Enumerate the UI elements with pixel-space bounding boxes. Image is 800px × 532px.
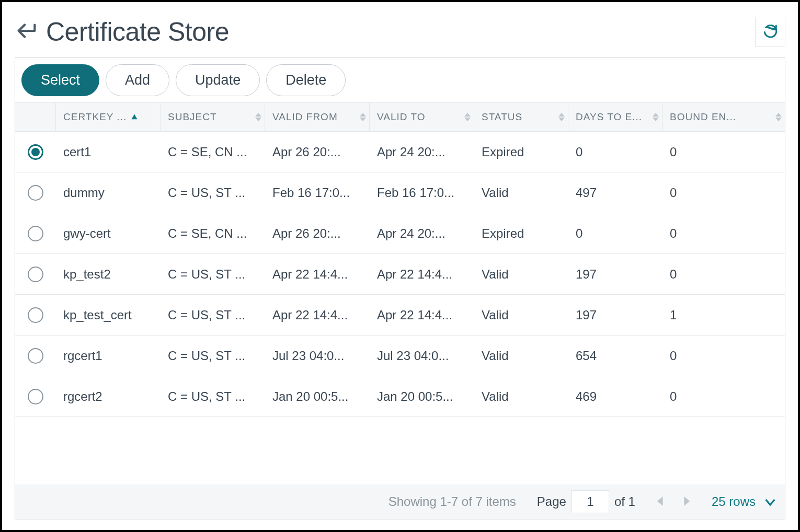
next-page-button[interactable] [681,494,691,509]
cell-valid-to: Jan 20 00:5... [370,389,474,404]
svg-marker-3 [360,113,366,117]
column-label: CERTKEY ... [63,111,127,123]
column-header-status[interactable]: STATUS [474,103,568,131]
row-radio[interactable] [28,267,43,282]
add-button[interactable]: Add [106,64,169,96]
rows-label: 25 rows [712,494,756,509]
cell-valid-to: Apr 22 14:4... [370,308,474,322]
cell-valid-from: Apr 22 14:4... [265,267,370,282]
cell-status: Valid [474,267,568,282]
column-label: BOUND EN... [670,111,736,123]
row-radio[interactable] [28,226,43,241]
column-label: STATUS [482,111,522,123]
svg-marker-0 [132,114,138,119]
column-header-certkey[interactable]: CERTKEY ... [56,103,161,131]
column-header-days[interactable]: DAYS TO E... [568,103,662,131]
column-label: VALID TO [377,111,425,123]
cell-valid-to: Apr 24 20:... [370,145,474,159]
cell-days: 469 [568,389,662,404]
row-radio[interactable] [28,185,43,201]
certificates-table: CERTKEY ... SUBJECT VALID FROM [15,102,785,519]
svg-marker-12 [775,118,782,121]
cell-bound: 0 [662,349,785,363]
table-body: cert1C = SE, CN ...Apr 26 20:...Apr 24 2… [15,132,785,484]
prev-page-button[interactable] [656,494,666,509]
cell-subject: C = US, ST ... [161,308,265,322]
row-radio[interactable] [28,389,43,404]
column-label: VALID FROM [272,111,338,123]
sort-icon [653,113,659,122]
svg-marker-6 [464,118,471,121]
back-icon[interactable] [15,19,39,45]
svg-marker-7 [558,113,565,117]
delete-button[interactable]: Delete [266,64,346,96]
cell-status: Valid [474,186,568,200]
svg-marker-5 [464,113,471,117]
table-row[interactable]: rgcert1C = US, ST ...Jul 23 04:0...Jul 2… [15,336,785,376]
select-button[interactable]: Select [21,64,99,96]
table-footer: Showing 1-7 of 7 items Page of 1 25 rows [15,484,785,519]
table-row[interactable]: kp_test2C = US, ST ...Apr 22 14:4...Apr … [15,254,785,295]
cell-status: Valid [474,389,568,404]
cell-certkey: rgcert1 [56,349,161,363]
header-left: Certificate Store [15,17,229,47]
cell-valid-from: Jul 23 04:0... [265,349,370,363]
page-input[interactable] [572,490,609,513]
refresh-button[interactable] [755,17,785,47]
svg-marker-13 [657,496,663,506]
cell-bound: 0 [662,267,785,282]
sort-asc-icon [131,113,138,121]
column-label: DAYS TO E... [576,111,642,123]
cell-valid-from: Apr 26 20:... [265,145,370,159]
page-header: Certificate Store [15,13,785,57]
table-row[interactable]: rgcert2C = US, ST ...Jan 20 00:5...Jan 2… [15,376,785,417]
svg-marker-10 [653,118,659,121]
cell-subject: C = US, ST ... [161,349,265,363]
cell-bound: 0 [662,186,785,200]
svg-marker-8 [558,118,565,121]
summary-text: Showing 1-7 of 7 items [388,494,516,509]
row-radio[interactable] [28,307,43,323]
page-total: of 1 [614,494,635,509]
cell-valid-from: Jan 20 00:5... [265,389,370,404]
column-header-valid-from[interactable]: VALID FROM [265,103,370,131]
toolbar: Select Add Update Delete [15,58,785,102]
svg-marker-4 [360,118,366,121]
svg-marker-14 [684,496,690,506]
cell-subject: C = SE, CN ... [161,226,265,241]
cell-certkey: kp_test2 [56,267,161,282]
column-header-subject[interactable]: SUBJECT [161,103,265,131]
sort-icon [255,113,261,122]
table-row[interactable]: gwy-certC = SE, CN ...Apr 26 20:...Apr 2… [15,213,785,254]
cell-certkey: gwy-cert [56,226,161,241]
cell-subject: C = US, ST ... [161,186,265,200]
cell-bound: 0 [662,226,785,241]
page-group: Page of 1 [537,490,635,513]
cell-status: Valid [474,308,568,322]
cell-days: 197 [568,308,662,322]
svg-marker-2 [255,118,261,121]
cell-status: Expired [474,226,568,241]
column-header-bound[interactable]: BOUND EN... [662,103,785,131]
column-header-valid-to[interactable]: VALID TO [370,103,474,131]
cell-valid-from: Apr 26 20:... [265,226,370,241]
page-title: Certificate Store [46,17,229,47]
svg-marker-9 [653,113,659,117]
app-frame: Certificate Store Select Add Update Dele… [0,0,800,532]
table-row[interactable]: cert1C = SE, CN ...Apr 26 20:...Apr 24 2… [15,132,785,172]
rows-per-page-select[interactable]: 25 rows [712,494,775,509]
sort-icon [464,113,471,122]
cell-valid-from: Feb 16 17:0... [265,186,370,200]
table-row[interactable]: dummyC = US, ST ...Feb 16 17:0...Feb 16 … [15,172,785,213]
cell-certkey: cert1 [56,145,161,159]
row-radio[interactable] [28,348,43,364]
update-button[interactable]: Update [176,64,260,96]
cell-subject: C = SE, CN ... [161,145,265,159]
cell-days: 197 [568,267,662,282]
cell-valid-from: Apr 22 14:4... [265,308,370,322]
cell-days: 654 [568,349,662,363]
table-row[interactable]: kp_test_certC = US, ST ...Apr 22 14:4...… [15,295,785,336]
row-radio[interactable] [28,144,43,160]
cell-status: Expired [474,145,568,159]
cell-bound: 0 [662,389,785,404]
